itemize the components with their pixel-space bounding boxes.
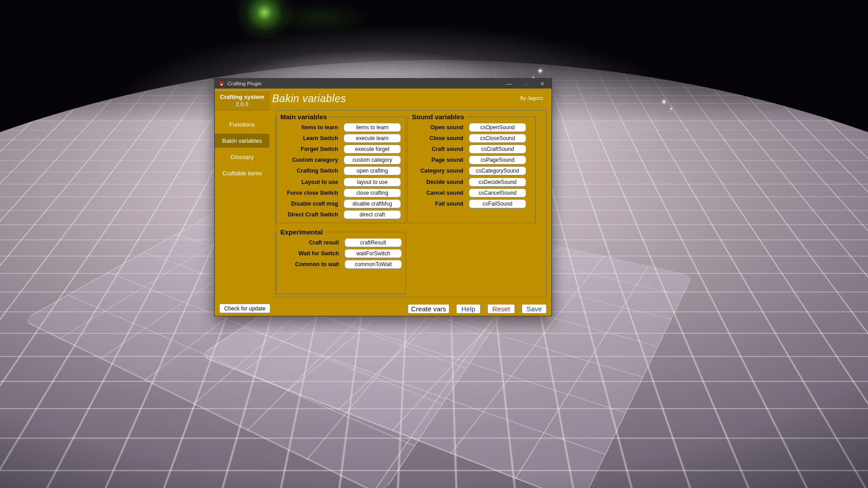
variable-label: Force close Switch bbox=[279, 190, 344, 196]
experimental-group: Experimental Craft result Wait for Switc… bbox=[276, 228, 406, 294]
sidebar-item-bakin-variables[interactable]: Bakin variables bbox=[215, 134, 269, 148]
variable-row: Open sound bbox=[410, 122, 526, 133]
variable-row: Cancel sound bbox=[410, 188, 526, 198]
plugin-version-header: Crafting system 2.0.0 bbox=[215, 90, 269, 110]
footer-actions: Create vars Help Reset Save bbox=[408, 304, 547, 314]
variable-row: Wait for Switch bbox=[279, 248, 402, 259]
input-open-sound[interactable] bbox=[469, 123, 526, 132]
crafting-plugin-window: Crafting Plugin — □ ✕ Crafting system 2.… bbox=[214, 78, 552, 316]
create-vars-button[interactable]: Create vars bbox=[408, 304, 449, 314]
green-light-haze bbox=[253, 0, 389, 45]
input-close-sound[interactable] bbox=[469, 134, 526, 143]
input-direct-craft-switch[interactable] bbox=[344, 210, 401, 219]
input-fail-sound[interactable] bbox=[469, 199, 526, 208]
variable-label: Category sound bbox=[410, 168, 469, 174]
variable-label: Wait for Switch bbox=[279, 250, 344, 257]
close-button[interactable]: ✕ bbox=[534, 79, 551, 89]
variable-row: Layout to use bbox=[279, 176, 401, 187]
input-wait-for-switch[interactable] bbox=[344, 249, 402, 258]
sidebar-item-craftable-items[interactable]: Craftable items bbox=[215, 166, 269, 180]
window-titlebar[interactable]: Crafting Plugin — □ ✕ bbox=[215, 79, 552, 89]
reset-button[interactable]: Reset bbox=[487, 304, 515, 314]
sparkle-icon: ✦ bbox=[670, 107, 673, 111]
variable-label: Forget Switch bbox=[279, 146, 344, 152]
sidebar-item-functions[interactable]: Functions bbox=[215, 117, 269, 131]
author-byline: By Jagonz bbox=[520, 95, 543, 101]
variable-row: Page sound bbox=[410, 155, 526, 165]
variable-row: Learn Switch bbox=[279, 133, 401, 144]
variable-label: Craft sound bbox=[410, 146, 469, 152]
save-button[interactable]: Save bbox=[522, 304, 547, 314]
input-learn-switch[interactable] bbox=[344, 134, 401, 143]
variable-row: Force close Switch bbox=[279, 188, 401, 198]
sound-variables-group: Sound variables Open sound Close sound C… bbox=[407, 113, 536, 223]
editor-background-scene: ✦ ✦ ✦ ✦ Crafting Plugin — □ ✕ Craft bbox=[0, 0, 868, 488]
variable-label: Craft result bbox=[279, 239, 344, 246]
help-button[interactable]: Help bbox=[456, 304, 481, 314]
sound-variables-title: Sound variables bbox=[410, 113, 466, 121]
variable-label: Crafting Switch bbox=[279, 168, 344, 174]
sparkle-icon: ✦ bbox=[537, 66, 543, 76]
variable-label: Cancel sound bbox=[410, 190, 469, 196]
input-decide-sound[interactable] bbox=[469, 178, 526, 187]
variable-row: Common to wait bbox=[279, 259, 402, 270]
variable-row: Category sound bbox=[410, 165, 526, 176]
input-craft-result[interactable] bbox=[344, 238, 402, 247]
input-category-sound[interactable] bbox=[469, 166, 526, 175]
sparkle-icon: ✦ bbox=[661, 98, 667, 106]
variable-label: Items to learn bbox=[279, 124, 344, 131]
window-title: Crafting Plugin bbox=[227, 79, 261, 89]
input-items-to-learn[interactable] bbox=[344, 123, 401, 132]
input-custom-category[interactable] bbox=[344, 155, 401, 164]
minimize-button[interactable]: — bbox=[500, 79, 517, 89]
input-force-close-switch[interactable] bbox=[344, 188, 401, 197]
variable-row: Fail sound bbox=[410, 198, 526, 209]
page-title: Bakin variables bbox=[272, 93, 346, 105]
input-layout-to-use[interactable] bbox=[344, 178, 401, 187]
variables-panel: Main variables Items to learn Learn Swit… bbox=[275, 110, 547, 297]
experimental-title: Experimental bbox=[278, 228, 325, 236]
variable-row: Craft sound bbox=[410, 144, 526, 155]
variable-row: Direct Craft Switch bbox=[279, 209, 401, 220]
variable-label: Common to wait bbox=[279, 261, 344, 267]
variable-row: Disable craft msg bbox=[279, 198, 401, 209]
input-disable-craft-msg[interactable] bbox=[344, 199, 401, 208]
input-forget-switch[interactable] bbox=[344, 145, 401, 154]
input-cancel-sound[interactable] bbox=[469, 188, 526, 197]
maximize-button[interactable]: □ bbox=[517, 79, 534, 89]
plugin-name: Crafting system bbox=[215, 93, 269, 101]
variable-label: Disable craft msg bbox=[279, 201, 344, 207]
variable-label: Decide sound bbox=[410, 179, 469, 185]
variable-label: Custom category bbox=[279, 157, 344, 163]
input-page-sound[interactable] bbox=[469, 155, 526, 164]
sidebar-item-glossary[interactable]: Glossary bbox=[215, 150, 269, 164]
variable-label: Layout to use bbox=[279, 179, 344, 185]
variable-label: Open sound bbox=[410, 124, 469, 131]
input-craft-sound[interactable] bbox=[469, 145, 526, 154]
variable-label: Fail sound bbox=[410, 201, 469, 207]
variable-row: Items to learn bbox=[279, 122, 401, 133]
check-for-update-button[interactable]: Check for update bbox=[219, 304, 270, 313]
variable-row: Crafting Switch bbox=[279, 165, 401, 176]
variable-label: Page sound bbox=[410, 157, 469, 163]
variable-row: Custom category bbox=[279, 155, 401, 165]
variable-label: Learn Switch bbox=[279, 135, 344, 141]
window-body: Crafting system 2.0.0 Functions Bakin va… bbox=[215, 89, 552, 316]
variable-label: Close sound bbox=[410, 135, 469, 141]
plugin-version: 2.0.0 bbox=[215, 101, 269, 108]
variable-row: Craft result bbox=[279, 237, 402, 248]
variable-row: Forget Switch bbox=[279, 144, 401, 155]
input-common-to-wait[interactable] bbox=[344, 260, 402, 269]
main-variables-title: Main variables bbox=[278, 113, 329, 121]
variable-row: Decide sound bbox=[410, 176, 526, 187]
variable-row: Close sound bbox=[410, 133, 526, 144]
app-icon bbox=[218, 80, 225, 87]
variable-label: Direct Craft Switch bbox=[279, 211, 344, 218]
main-variables-group: Main variables Items to learn Learn Swit… bbox=[276, 113, 406, 223]
input-crafting-switch[interactable] bbox=[344, 166, 401, 175]
